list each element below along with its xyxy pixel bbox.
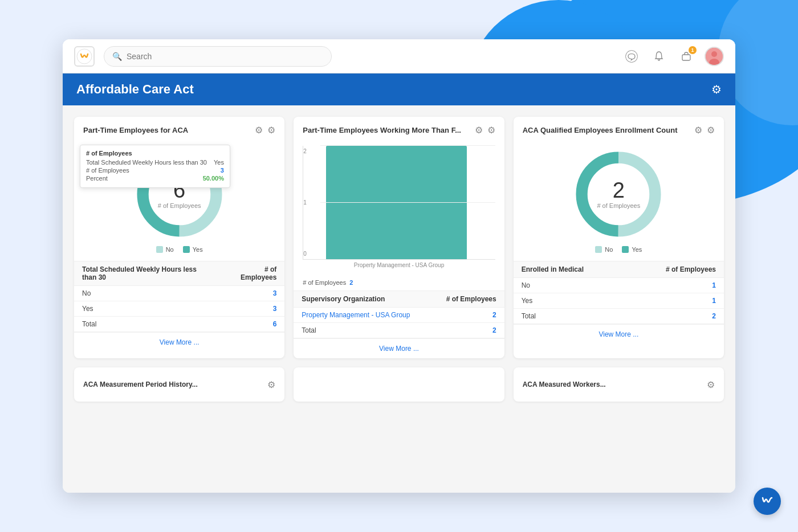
card2-row1-col2: 2: [431, 308, 504, 323]
page-title: Affordable Care Act: [76, 82, 194, 97]
card3-title: ACA Qualified Employees Enrollment Count: [523, 126, 678, 134]
card2-chart: 0 1 2 Property Management - USA Group: [294, 140, 504, 277]
bar-property-mgmt[interactable]: [326, 146, 466, 259]
legend3-no-label: No: [605, 246, 613, 253]
bottom-card-3-gear[interactable]: ⚙: [707, 379, 715, 390]
table-row: No 1: [514, 278, 724, 293]
table-row: Total 2: [294, 323, 504, 338]
legend-no-label: No: [166, 246, 174, 253]
settings-icon-2[interactable]: ⚙: [487, 125, 495, 136]
bottom-card-3: ACA Measured Workers... ⚙: [514, 367, 724, 402]
card2-row2-col1: Total: [294, 323, 431, 338]
top-icons: 1: [622, 47, 724, 66]
filter-icon-3[interactable]: ⚙: [694, 125, 702, 136]
card2-row2-col2: 2: [431, 323, 504, 338]
card3-icons: ⚙ ⚙: [694, 125, 715, 136]
table-row: Yes 3: [74, 301, 284, 317]
card1-row1-col2: 3: [220, 286, 285, 301]
card3-row3-col1: Total: [514, 309, 628, 324]
legend3-yes: Yes: [622, 246, 642, 253]
briefcase-badge: 1: [689, 46, 697, 54]
tooltip-row-2: # of Employees 3: [86, 167, 224, 174]
card1-row3-col2: 6: [220, 317, 285, 332]
message-icon[interactable]: [622, 47, 641, 66]
card1-donut-label: # of Employees: [158, 202, 201, 209]
card1-row2-col2: 3: [220, 301, 285, 317]
card3-row3-col2: 2: [628, 309, 724, 324]
card1-table: Total Scheduled Weekly Hours less than 3…: [74, 261, 284, 332]
legend3-yes-label: Yes: [632, 246, 642, 253]
card1-view-more[interactable]: View More ...: [74, 332, 284, 352]
bottom-card-1-gear[interactable]: ⚙: [267, 379, 275, 390]
card-aca-enrollment: ACA Qualified Employees Enrollment Count…: [514, 117, 724, 358]
card3-view-more[interactable]: View More ...: [514, 324, 724, 344]
card1-legend: No Yes: [156, 246, 203, 253]
card3-row2-col1: Yes: [514, 293, 628, 309]
card-part-time-working: Part-Time Employees Working More Than F.…: [294, 117, 504, 358]
table-row: Total 2: [514, 309, 724, 324]
card3-row1-col1: No: [514, 278, 628, 293]
card1-icons: ⚙ ⚙: [255, 125, 275, 136]
card2-title: Part-Time Employees Working More Than F.…: [303, 126, 461, 134]
table-row: Yes 1: [514, 293, 724, 309]
card3-th-2: # of Employees: [628, 261, 724, 278]
card1-row3-col1: Total: [74, 317, 220, 332]
bell-icon[interactable]: [650, 47, 668, 66]
main-content: Part-Time Employees for ACA ⚙ ⚙ # of Emp…: [63, 105, 735, 493]
table-row: Total 6: [74, 317, 284, 332]
bottom-card-3-title: ACA Measured Workers...: [523, 380, 606, 388]
y-axis: 0 1 2: [303, 146, 307, 259]
card2-view-more[interactable]: View More ...: [294, 338, 504, 358]
settings-icon-3[interactable]: ⚙: [707, 125, 715, 136]
svg-point-2: [626, 51, 637, 62]
card3-legend: No Yes: [595, 246, 642, 253]
svg-point-0: [77, 49, 92, 64]
filter-icon-2[interactable]: ⚙: [475, 125, 483, 136]
tooltip-title: # of Employees: [86, 150, 224, 157]
search-icon: 🔍: [112, 52, 122, 61]
card2-th-2: # of Employees: [431, 291, 504, 308]
search-bar[interactable]: 🔍: [104, 46, 332, 67]
search-input[interactable]: [127, 52, 323, 61]
card2-icons: ⚙ ⚙: [475, 125, 495, 136]
legend3-yes-dot: [622, 246, 629, 253]
bottom-card-1-title: ACA Measurement Period History...: [83, 380, 198, 388]
legend3-no: No: [595, 246, 613, 253]
y-label-2: 2: [303, 148, 307, 154]
table-row: No 3: [74, 286, 284, 301]
y-label-1: 1: [303, 199, 307, 206]
card2-th-1: Supervisory Organization: [294, 291, 431, 308]
legend-yes: Yes: [183, 246, 203, 253]
workday-fab[interactable]: [754, 488, 781, 515]
card2-header: Part-Time Employees Working More Than F.…: [294, 117, 504, 140]
card1-row2-col1: Yes: [74, 301, 220, 317]
card1-tooltip: # of Employees Total Scheduled Weekly Ho…: [80, 145, 230, 188]
card3-row1-col2: 1: [628, 278, 724, 293]
card3-center: 2 # of Employees: [597, 179, 640, 209]
card3-number: 2: [597, 179, 640, 201]
legend-yes-label: Yes: [193, 246, 203, 253]
header-bar: Affordable Care Act ⚙: [63, 73, 735, 105]
header-gear-icon[interactable]: ⚙: [711, 83, 722, 96]
card-part-time-aca: Part-Time Employees for ACA ⚙ ⚙ # of Emp…: [74, 117, 284, 358]
user-avatar[interactable]: [705, 47, 724, 66]
briefcase-icon[interactable]: 1: [677, 47, 695, 66]
cards-row: Part-Time Employees for ACA ⚙ ⚙ # of Emp…: [74, 117, 724, 358]
svg-rect-3: [682, 55, 690, 60]
filter-icon[interactable]: ⚙: [255, 125, 263, 136]
y-label-0: 0: [303, 251, 307, 257]
card2-row1-col1[interactable]: Property Management - USA Group: [294, 308, 431, 323]
card2-table: Supervisory Organization # of Employees …: [294, 290, 504, 338]
bottom-card-1: ACA Measurement Period History... ⚙: [74, 367, 284, 402]
card3-th-1: Enrolled in Medical: [514, 261, 628, 278]
card3-row2-col2: 1: [628, 293, 724, 309]
legend-no-dot: [156, 246, 163, 253]
card3-donut: 2 # of Employees: [570, 146, 667, 243]
workday-logo: [74, 46, 95, 67]
bar-x-label: Property Management - USA Group: [303, 262, 495, 268]
top-bar: 🔍: [63, 39, 735, 73]
card1-row1-col1: No: [74, 286, 220, 301]
card3-header: ACA Qualified Employees Enrollment Count…: [514, 117, 724, 140]
settings-icon[interactable]: ⚙: [267, 125, 275, 136]
card3-donut-area: 2 # of Employees No Yes: [514, 140, 724, 261]
